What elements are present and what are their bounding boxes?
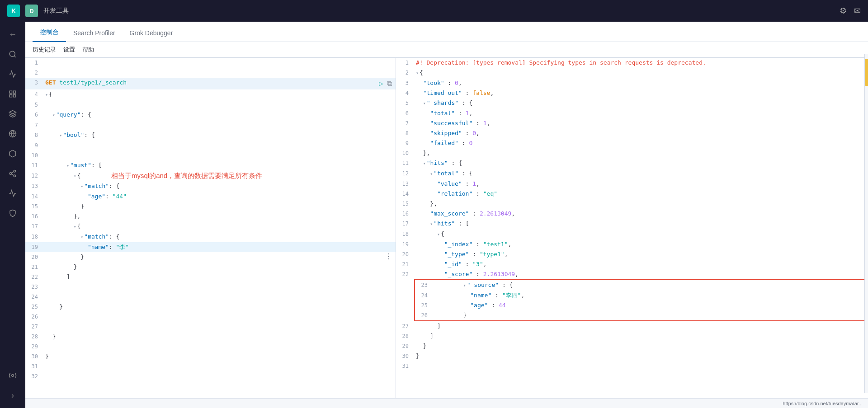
table-row: 8 "skipped" : 0, (396, 128, 868, 138)
table-row: 17 ▾"hits" : [ (396, 219, 868, 229)
table-row: 13 "value" : 1, (396, 179, 868, 189)
svg-marker-6 (9, 111, 16, 114)
sidebar-discover-icon[interactable] (4, 45, 22, 63)
table-row: 20 "_type" : "type1", (396, 249, 868, 259)
svg-line-12 (11, 174, 14, 175)
table-row: 9 "failed" : 0 (396, 138, 868, 148)
run-icon[interactable]: ▷ (379, 78, 383, 89)
table-row: 17 ▾{ (25, 221, 396, 232)
table-row: 2 ▾{ (396, 68, 868, 78)
help-button[interactable]: 帮助 (82, 46, 94, 54)
table-row: 9 (25, 141, 396, 150)
sidebar: ← › (0, 22, 25, 408)
line-actions: ▷ ⧉ (379, 78, 396, 89)
sidebar-dashboard-icon[interactable] (4, 85, 22, 103)
left-code-editor[interactable]: 1 2 3 GET test1/type1/_search ▷ (25, 58, 396, 398)
sidebar-graph-icon[interactable] (4, 164, 22, 183)
table-row: 6 ▾"query": { (25, 110, 396, 120)
header-left: K D 开发工具 (7, 5, 69, 17)
table-row: 25 } (25, 302, 396, 312)
tab-bar: 控制台 Search Profiler Grok Debugger (25, 22, 868, 42)
svg-line-1 (14, 56, 15, 57)
app-title: 开发工具 (43, 7, 69, 15)
left-editor-pane: 1 2 3 GET test1/type1/_search ▷ (25, 58, 396, 398)
header-right: ⚙ ✉ (840, 6, 861, 16)
table-row: 24 "name" : "李四", (414, 291, 868, 300)
sidebar-visualize-icon[interactable] (4, 65, 22, 83)
table-row: 16 }, (25, 211, 396, 221)
table-row: 14 "age": "44" (25, 192, 396, 202)
table-row: 4 "timed_out" : false, (396, 88, 868, 98)
table-row: 18 ▾{ (396, 229, 868, 239)
sidebar-back-icon[interactable]: ← (4, 25, 22, 43)
table-row: 30 } (25, 352, 396, 361)
table-row: 6 "total" : 1, (396, 108, 868, 118)
table-row: 24 (25, 292, 396, 302)
mail-icon[interactable]: ✉ (854, 6, 861, 16)
table-row: 7 (25, 120, 396, 130)
table-row: 5 (25, 100, 396, 110)
table-row: 13 ▾"match": { (25, 181, 396, 192)
svg-point-0 (9, 51, 15, 56)
tab-grok-debugger[interactable]: Grok Debugger (123, 25, 180, 42)
table-row: 3 "took" : 0, (396, 78, 868, 88)
table-row: 25 "age" : 44 (414, 300, 868, 310)
settings-icon[interactable]: ⚙ (840, 6, 847, 16)
table-row: 27 ] (396, 321, 868, 331)
app-header: K D 开发工具 ⚙ ✉ (0, 0, 868, 22)
sidebar-maps-icon[interactable] (4, 125, 22, 143)
table-row: 22 ] (25, 272, 396, 282)
sidebar-canvas-icon[interactable] (4, 105, 22, 123)
svg-point-10 (9, 173, 12, 175)
table-row: 31 (25, 361, 396, 371)
settings-button[interactable]: 设置 (63, 46, 75, 54)
table-row: 26 } (414, 310, 868, 321)
expand-sidebar-btn[interactable]: › (4, 386, 22, 404)
table-row: 23 ▾"_source" : { (414, 279, 868, 291)
table-row: 10 }, (396, 148, 868, 158)
table-row: 21 } (25, 262, 396, 272)
table-row: 1 (25, 58, 396, 68)
table-row: 22 "_score" : 2.2613049, (396, 269, 868, 279)
table-row: 15 } (25, 202, 396, 211)
status-bar: https://blog.csdn.net/tuesdayma/ar... (25, 398, 868, 408)
context-menu-icon[interactable]: ⋮ (385, 252, 392, 261)
copy-icon[interactable]: ⧉ (387, 78, 392, 89)
table-row: 5 ▾"_shards" : { (396, 98, 868, 108)
right-code-editor[interactable]: 1 #! Deprecation: [types removal] Specif… (396, 58, 868, 398)
table-row: 11 ▾"hits" : { (396, 158, 868, 169)
table-row: 2 (25, 68, 396, 78)
table-row: 3 GET test1/type1/_search ▷ ⧉ (25, 78, 396, 89)
table-row: 20 } (25, 252, 396, 262)
main-content: 控制台 Search Profiler Grok Debugger 历史记录 设… (25, 22, 868, 408)
table-row: 10 (25, 150, 396, 160)
table-row: 28 ] (396, 331, 868, 341)
tab-console[interactable]: 控制台 (33, 24, 66, 42)
user-avatar[interactable]: D (25, 5, 38, 17)
right-editor-pane: 1 #! Deprecation: [types removal] Specif… (396, 58, 868, 398)
svg-rect-5 (9, 95, 12, 97)
table-row: 29 } (396, 341, 868, 351)
history-button[interactable]: 历史记录 (33, 46, 56, 54)
sidebar-uptime-icon[interactable] (4, 184, 22, 202)
app-body: ← › (0, 22, 868, 408)
table-row: 8 ▾"bool": { (25, 130, 396, 141)
table-row: 32 (25, 371, 396, 381)
tab-search-profiler[interactable]: Search Profiler (66, 25, 123, 42)
table-row: 12 ▾"total" : { (396, 169, 868, 179)
svg-point-11 (14, 175, 16, 177)
table-row: 19 "_index" : "test1", (396, 239, 868, 249)
table-row: 1 #! Deprecation: [types removal] Specif… (396, 58, 868, 68)
svg-point-9 (14, 170, 16, 173)
table-row: 30 } (396, 351, 868, 361)
table-row: 21 "_id" : "3", (396, 259, 868, 269)
table-row: 16 "max_score" : 2.2613049, (396, 209, 868, 219)
sidebar-siem-icon[interactable] (4, 204, 22, 222)
table-row: 15 }, (396, 199, 868, 209)
kibana-logo[interactable]: K (7, 5, 20, 17)
sidebar-ml-icon[interactable] (4, 145, 22, 163)
sub-toolbar: 历史记录 设置 帮助 (25, 42, 868, 58)
table-row: 11 ▾"must": [ (25, 160, 396, 171)
sidebar-stack-icon[interactable] (4, 366, 22, 385)
svg-rect-2 (9, 91, 12, 93)
